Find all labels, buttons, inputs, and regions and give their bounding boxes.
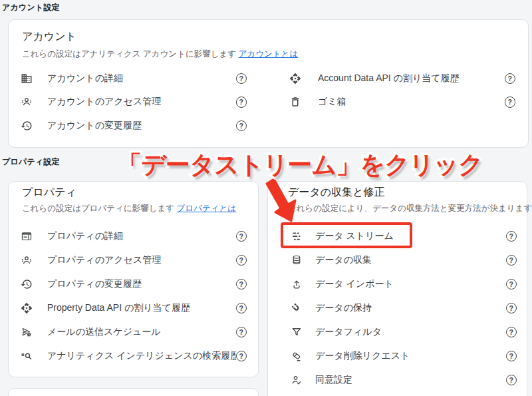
send-schedule-icon — [21, 326, 33, 338]
settings-item-label: データ インポート — [315, 278, 506, 290]
settings-item-label: アカウントのアクセス管理 — [47, 96, 236, 108]
help-icon[interactable]: ? — [506, 279, 517, 290]
settings-item-label: アナリティクス インテリジェンスの検索履歴 — [47, 350, 236, 362]
help-icon[interactable]: ? — [506, 375, 517, 386]
api-quota-icon — [21, 302, 33, 314]
settings-item[interactable]: アカウントの詳細? — [21, 67, 247, 91]
property-settings-list: プロパティの詳細?プロパティのアクセス管理?プロパティの変更履歴?Propert… — [21, 224, 247, 368]
settings-item[interactable]: Property Data API の割り当て履歴? — [21, 296, 247, 320]
database-icon — [291, 254, 303, 266]
settings-item[interactable]: データ ストリーム? — [291, 224, 517, 248]
settings-item-label: データの収集 — [315, 254, 506, 266]
property-details-icon — [21, 230, 33, 242]
trash-icon — [289, 96, 301, 108]
upload-icon — [291, 278, 303, 290]
settings-item[interactable]: データ インポート? — [291, 272, 517, 296]
settings-item-label: プロパティの詳細 — [47, 230, 236, 242]
property-card: プロパティ これらの設定はプロパティに影響します プロパティとは プロパティの詳… — [8, 181, 259, 377]
help-icon[interactable]: ? — [236, 120, 247, 132]
property-help-link[interactable]: プロパティとは — [177, 204, 237, 213]
settings-item[interactable]: プロパティのアクセス管理? — [21, 248, 247, 272]
account-help-link[interactable]: アカウントとは — [239, 49, 299, 59]
settings-item[interactable]: アカウントのアクセス管理? — [21, 91, 247, 114]
help-icon[interactable]: ? — [236, 97, 247, 108]
account-card-description: これらの設定はアナリティクス アカウントに影響します アカウントとは — [22, 49, 298, 59]
magnet-icon — [291, 302, 303, 314]
ga-admin-settings-page: アカウント設定 アカウント これらの設定はアナリティクス アカウントに影響します… — [0, 0, 532, 396]
settings-item[interactable]: 同意設定? — [291, 368, 517, 392]
settings-item[interactable]: メールの送信スケジュール? — [21, 320, 247, 344]
settings-item-label: Property Data API の割り当て履歴 — [47, 302, 236, 314]
settings-item[interactable]: データの保持? — [291, 296, 517, 320]
account-settings-column-1: アカウントの詳細?アカウントのアクセス管理?アカウントの変更履歴? — [21, 67, 247, 138]
eraser-icon — [291, 350, 303, 362]
people-icon — [21, 96, 33, 108]
person-check-icon — [291, 374, 303, 386]
property-card-title: プロパティ — [22, 186, 76, 198]
settings-item-label: アカウントの詳細 — [47, 73, 236, 85]
api-quota-icon — [289, 73, 301, 85]
data-collection-card: データの収集と修正 これらの設定により、データの収集方法と変更方法が決まります … — [267, 181, 527, 396]
settings-item-label: 同意設定 — [315, 374, 506, 386]
annotation-text: 「データストリーム」をクリック — [67, 148, 532, 182]
help-icon[interactable]: ? — [236, 351, 247, 362]
history-icon — [21, 120, 33, 132]
people-icon — [21, 254, 33, 266]
section-label-account-settings: アカウント設定 — [2, 2, 60, 13]
help-icon[interactable]: ? — [505, 97, 516, 108]
data-collection-settings-list: データ ストリーム?データの収集?データ インポート?データの保持?データフィル… — [291, 224, 517, 392]
settings-item[interactable]: アカウントの変更履歴? — [21, 114, 247, 138]
help-icon[interactable]: ? — [236, 327, 247, 338]
section-label-property-settings: プロパティ設定 — [2, 156, 60, 168]
account-card: アカウント これらの設定はアナリティクス アカウントに影響します アカウントとは… — [8, 19, 529, 148]
account-settings-column-2: Account Data API の割り当て履歴?ゴミ箱? — [289, 67, 515, 114]
help-icon[interactable]: ? — [505, 73, 516, 85]
settings-item-label: ゴミ箱 — [318, 96, 505, 108]
search-history-icon — [21, 350, 33, 362]
settings-item-label: プロパティの変更履歴 — [47, 278, 236, 290]
settings-item[interactable]: データフィルタ? — [291, 320, 517, 344]
help-icon[interactable]: ? — [506, 351, 517, 362]
property-card-description: これらの設定はプロパティに影響します プロパティとは — [22, 204, 236, 214]
settings-item[interactable]: プロパティの詳細? — [21, 224, 247, 248]
data-collection-card-title: データの収集と修正 — [288, 186, 385, 198]
help-icon[interactable]: ? — [236, 255, 247, 266]
settings-item[interactable]: データ削除リクエスト? — [291, 344, 517, 368]
settings-item[interactable]: アナリティクス インテリジェンスの検索履歴? — [21, 344, 247, 368]
help-icon[interactable]: ? — [506, 327, 517, 338]
help-icon[interactable]: ? — [236, 73, 247, 85]
settings-item-label: データの保持 — [315, 302, 506, 314]
filter-icon — [291, 326, 303, 338]
settings-item[interactable]: データの収集? — [291, 248, 517, 272]
data-collection-card-description: これらの設定により、データの収集方法と変更方法が決まります — [288, 204, 532, 214]
settings-item-label: プロパティのアクセス管理 — [47, 254, 236, 266]
help-icon[interactable]: ? — [236, 303, 247, 314]
building-icon — [21, 73, 33, 85]
settings-item-label: Account Data API の割り当て履歴 — [318, 73, 505, 85]
help-icon[interactable]: ? — [506, 303, 517, 314]
settings-item[interactable]: プロパティの変更履歴? — [21, 272, 247, 296]
help-icon[interactable]: ? — [506, 255, 517, 266]
history-icon — [21, 278, 33, 290]
settings-item-label: アカウントの変更履歴 — [47, 120, 236, 132]
account-card-title: アカウント — [22, 31, 76, 43]
settings-item-label: データ削除リクエスト — [315, 350, 506, 362]
settings-item-label: データフィルタ — [315, 326, 506, 338]
partial-card — [8, 388, 259, 396]
settings-item-label: データ ストリーム — [315, 230, 506, 242]
help-icon[interactable]: ? — [236, 279, 247, 290]
data-stream-icon — [291, 230, 303, 242]
settings-item[interactable]: Account Data API の割り当て履歴? — [289, 67, 515, 91]
help-icon[interactable]: ? — [236, 231, 247, 242]
settings-item-label: メールの送信スケジュール — [47, 326, 236, 338]
help-icon[interactable]: ? — [506, 231, 517, 242]
settings-item[interactable]: ゴミ箱? — [289, 91, 515, 114]
